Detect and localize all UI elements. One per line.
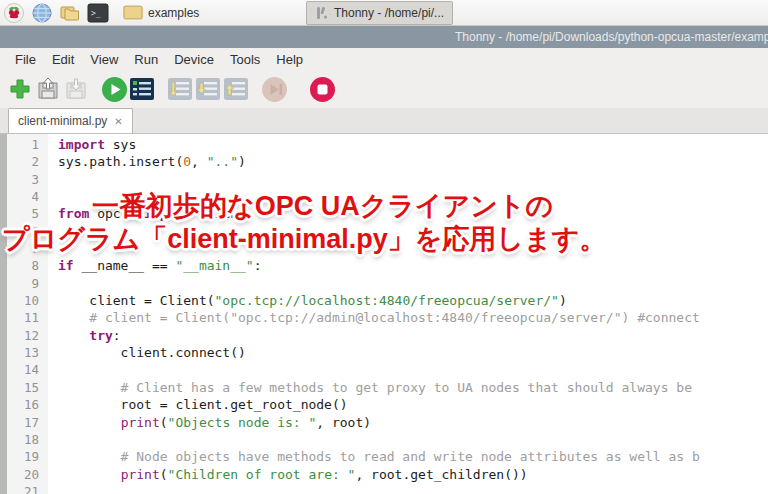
code-line [58, 484, 768, 494]
file-manager-icon[interactable] [58, 2, 82, 24]
line-number: 5 [7, 206, 39, 223]
code-line: # Client has a few methods to get proxy … [58, 380, 768, 397]
gutter: 123456789101112131415161718192021 [7, 134, 48, 494]
open-file-icon [36, 77, 60, 101]
stop-button[interactable] [308, 75, 336, 103]
step-out-icon [223, 76, 249, 102]
step-into-icon [195, 76, 221, 102]
code-line: print("Objects node is: ", root) [58, 415, 768, 432]
line-number: 15 [7, 380, 39, 397]
run-button[interactable] [100, 75, 128, 103]
tab-client-minimal[interactable]: client-minimal.py ✕ [8, 108, 133, 133]
line-number: 19 [7, 449, 39, 466]
code-line [58, 432, 768, 449]
line-number: 18 [7, 432, 39, 449]
line-number: 7 [7, 241, 39, 258]
svg-text:>_: >_ [91, 9, 101, 18]
resume-icon [261, 76, 288, 103]
code-line [58, 172, 768, 189]
code-line: root = client.get_root_node() [58, 397, 768, 414]
run-icon [101, 76, 128, 103]
code-editor[interactable]: 123456789101112131415161718192021 import… [0, 134, 768, 494]
step-over-icon [167, 76, 193, 102]
code-line: from opcua import Client [58, 206, 768, 223]
taskbar-window-label: examples [148, 6, 199, 20]
code-line: try: [58, 328, 768, 345]
line-number: 11 [7, 310, 39, 327]
tab-label: client-minimal.py [18, 114, 107, 128]
code-line [58, 224, 768, 241]
code-line [58, 189, 768, 206]
step-into-button[interactable] [194, 75, 222, 103]
menu-tools[interactable]: Tools [223, 50, 267, 69]
tab-close-icon[interactable]: ✕ [114, 116, 122, 127]
line-number: 10 [7, 293, 39, 310]
line-number: 6 [7, 224, 39, 241]
editor-tabbar: client-minimal.py ✕ [0, 108, 768, 134]
new-file-icon [8, 77, 32, 101]
thonny-icon [315, 6, 329, 20]
menu-help[interactable]: Help [269, 50, 310, 69]
raspberry-menu-icon[interactable] [2, 2, 26, 24]
line-number: 12 [7, 328, 39, 345]
line-number: 4 [7, 189, 39, 206]
menu-device[interactable]: Device [167, 50, 221, 69]
line-number: 13 [7, 345, 39, 362]
resume-button[interactable] [260, 75, 288, 103]
save-file-button[interactable] [62, 75, 90, 103]
new-file-button[interactable] [6, 75, 34, 103]
line-number: 14 [7, 362, 39, 379]
debug-button[interactable] [128, 75, 156, 103]
code-line [58, 241, 768, 258]
code-line: sys.path.insert(0, "..") [58, 154, 768, 171]
code-line [58, 276, 768, 293]
code-line: if __name__ == "__main__": [58, 258, 768, 275]
menu-file[interactable]: File [8, 50, 43, 69]
toolbar [0, 70, 768, 108]
code-line: client.connect() [58, 345, 768, 362]
menu-edit[interactable]: Edit [45, 50, 81, 69]
line-number: 16 [7, 397, 39, 414]
debug-icon [129, 76, 155, 102]
taskbar: >_ examples Thonny - /home/pi/... [0, 0, 768, 26]
terminal-icon[interactable]: >_ [86, 2, 110, 24]
code-line: print("Children of root are: ", root.get… [58, 467, 768, 484]
line-number: 3 [7, 172, 39, 189]
line-number: 1 [7, 137, 39, 154]
code-line: # Node objects have methods to read and … [58, 449, 768, 466]
stop-icon [309, 76, 336, 103]
line-number: 9 [7, 276, 39, 293]
menu-view[interactable]: View [83, 50, 125, 69]
code-line: # client = Client("opc.tcp://admin@local… [58, 310, 768, 327]
window-titlebar: Thonny - /home/pi/Downloads/python-opcua… [0, 26, 768, 48]
taskbar-window-thonny[interactable]: Thonny - /home/pi/... [306, 1, 453, 25]
step-over-button[interactable] [166, 75, 194, 103]
menu-run[interactable]: Run [127, 50, 165, 69]
taskbar-window-examples[interactable]: examples [114, 1, 302, 25]
step-out-button[interactable] [222, 75, 250, 103]
code-line [58, 362, 768, 379]
editor-left-margin [0, 134, 7, 494]
menubar: File Edit View Run Device Tools Help [0, 48, 768, 70]
code-line: import sys [58, 137, 768, 154]
web-browser-icon[interactable] [30, 2, 54, 24]
line-number: 20 [7, 467, 39, 484]
line-number: 2 [7, 154, 39, 171]
code-line: client = Client("opc.tcp://localhost:484… [58, 293, 768, 310]
line-number: 8 [7, 258, 39, 275]
line-number: 17 [7, 415, 39, 432]
open-file-button[interactable] [34, 75, 62, 103]
line-number: 21 [7, 484, 39, 494]
save-file-icon [64, 77, 88, 101]
code-lines[interactable]: import syssys.path.insert(0, "..") from … [48, 134, 768, 494]
window-title: Thonny - /home/pi/Downloads/python-opcua… [455, 30, 768, 44]
taskbar-window-label: Thonny - /home/pi/... [334, 6, 444, 20]
